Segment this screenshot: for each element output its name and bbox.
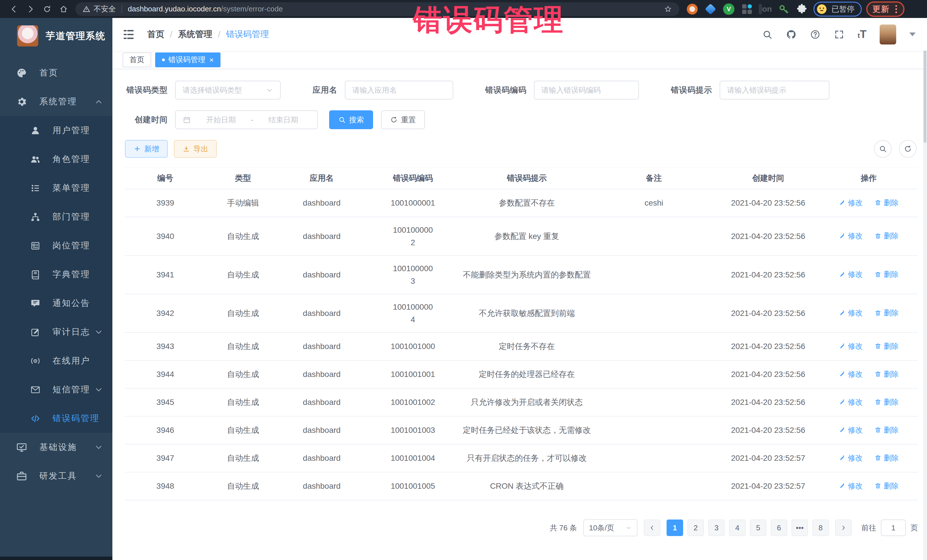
extension-icon-orange-ring[interactable] (686, 3, 698, 15)
tab-错误码管理[interactable]: 错误码管理 × (155, 52, 220, 67)
sidebar-item-code[interactable]: 错误码管理 (0, 404, 112, 433)
breadcrumb-item[interactable]: 系统管理 (178, 29, 212, 40)
browser-forward-button[interactable] (22, 2, 39, 17)
browser-home-button[interactable] (55, 2, 72, 17)
sidebar-item-chat[interactable]: 通知公告 (0, 289, 112, 318)
edit-link[interactable]: 修改 (839, 425, 863, 435)
export-button[interactable]: 导出 (174, 140, 217, 158)
fullscreen-icon[interactable] (834, 29, 845, 40)
sidebar-item-tools[interactable]: 研发工具 (0, 461, 112, 490)
extension-icon-list-on[interactable]: on (759, 3, 771, 15)
edit-link[interactable]: 修改 (839, 198, 863, 208)
search-icon[interactable] (762, 29, 773, 40)
table-row: 3939 手动编辑 dashboard 1001000001 参数配置不存在 c… (125, 189, 918, 217)
browser-profile-chip[interactable]: 已暂停 (813, 2, 862, 17)
app-window: 芋道管理系统 首页 系统管理 用户管理 角色管理 菜单管理 部门管理 岗位管理 … (0, 18, 927, 560)
sidebar-item-sms[interactable]: 短信管理 (0, 375, 112, 404)
edit-link[interactable]: 修改 (839, 397, 863, 407)
edit-link[interactable]: 修改 (839, 269, 863, 279)
user-avatar[interactable] (880, 24, 896, 44)
pagination-page-8[interactable]: 8 (812, 519, 829, 536)
edit-link[interactable]: 修改 (839, 308, 863, 318)
next-page-button[interactable] (835, 519, 852, 536)
end-date-placeholder[interactable]: 结束日期 (256, 115, 310, 125)
cell-type: 自动生成 (206, 231, 280, 242)
sidebar-item-user[interactable]: 用户管理 (0, 116, 112, 145)
delete-link[interactable]: 删除 (874, 308, 898, 318)
sidebar-item-users[interactable]: 角色管理 (0, 145, 112, 174)
pagination-page-3[interactable]: 3 (708, 519, 725, 536)
pagination-page-6[interactable]: 6 (771, 519, 787, 536)
sidebar-item-badge[interactable]: 岗位管理 (0, 231, 112, 260)
extension-icon-grid-squares[interactable] (741, 3, 753, 15)
extension-icon-puzzle[interactable] (796, 3, 808, 15)
pagination-more-button[interactable]: ••• (792, 519, 808, 536)
sidebar-item-edit[interactable]: 审计日志 (0, 318, 112, 346)
browser-menu-icon[interactable] (894, 4, 898, 14)
delete-link[interactable]: 删除 (874, 341, 898, 351)
pagination-page-4[interactable]: 4 (729, 519, 746, 536)
sidebar-item-infra[interactable]: 基础设施 (0, 433, 112, 461)
breadcrumb-item[interactable]: 首页 (147, 29, 164, 40)
user-menu-caret-icon[interactable] (909, 32, 916, 36)
error-code-input[interactable] (534, 81, 639, 100)
pagination-page-5[interactable]: 5 (750, 519, 766, 536)
delete-link[interactable]: 删除 (874, 425, 898, 435)
edit-link[interactable]: 修改 (839, 341, 863, 351)
browser-back-button[interactable] (6, 2, 22, 17)
sidebar-item-dashboard[interactable]: 首页 (0, 58, 112, 87)
sidebar-item-tree[interactable]: 部门管理 (0, 202, 112, 231)
address-bar[interactable]: 不安全 dashboard.yudao.iocoder.cn/system/er… (75, 2, 679, 16)
delete-link[interactable]: 删除 (874, 231, 898, 241)
edit-link[interactable]: 修改 (839, 481, 863, 491)
page-size-select[interactable]: 10条/页 (583, 519, 637, 536)
delete-link[interactable]: 删除 (874, 269, 898, 279)
browser-update-button[interactable]: 更新 (866, 2, 904, 17)
reset-button[interactable]: 重置 (381, 110, 425, 129)
font-size-icon[interactable]: tT (858, 28, 866, 41)
refresh-table-button[interactable] (899, 140, 917, 158)
add-button[interactable]: 新增 (125, 140, 168, 158)
bookmark-star-icon[interactable] (664, 5, 672, 13)
app-logo-row[interactable]: 芋道管理系统 (0, 18, 112, 53)
cell-remark: ceshi (591, 199, 717, 208)
delete-link[interactable]: 删除 (874, 397, 898, 407)
tab-首页[interactable]: 首页 (123, 52, 151, 67)
date-range-picker[interactable]: 开始日期 - 结束日期 (175, 110, 318, 129)
cell-operations: 修改 删除 (819, 397, 918, 408)
sidebar-item-menu[interactable]: 菜单管理 (0, 174, 112, 202)
search-button[interactable]: 搜索 (329, 110, 373, 129)
cell-error-code: 1001000003 (363, 262, 463, 287)
prev-page-button[interactable] (644, 519, 660, 536)
cell-error-message: CRON 表达式不正确 (463, 481, 591, 492)
extension-icon-green-v[interactable]: V (723, 3, 735, 15)
close-tab-icon[interactable]: × (209, 56, 214, 64)
edit-link[interactable]: 修改 (839, 231, 863, 241)
browser-reload-button[interactable] (39, 2, 55, 17)
delete-link[interactable]: 删除 (874, 198, 898, 208)
delete-link[interactable]: 删除 (874, 481, 898, 491)
edit-link[interactable]: 修改 (839, 369, 863, 379)
start-date-placeholder[interactable]: 开始日期 (194, 115, 248, 125)
sidebar-item-online[interactable]: 在线用户 (0, 346, 112, 375)
sidebar-item-gear[interactable]: 系统管理 (0, 87, 112, 116)
edit-link[interactable]: 修改 (839, 453, 863, 463)
page-scrollbar[interactable] (923, 18, 927, 560)
extension-icon-blue-gem[interactable] (705, 3, 716, 15)
help-icon[interactable] (810, 29, 821, 40)
pagination-page-2[interactable]: 2 (687, 519, 704, 536)
sidebar-item-book[interactable]: 字典管理 (0, 260, 112, 289)
delete-link[interactable]: 删除 (874, 453, 898, 463)
delete-link[interactable]: 删除 (874, 369, 898, 379)
error-hint-input[interactable] (720, 81, 830, 100)
goto-page-input[interactable] (881, 519, 906, 536)
github-icon[interactable] (786, 29, 797, 40)
error-code-table: 编号类型应用名错误码编码错误码提示备注创建时间操作 3939 手动编辑 dash… (125, 167, 918, 501)
chevron-down-icon (266, 87, 273, 94)
app-name-input[interactable] (345, 81, 453, 100)
pagination-page-1[interactable]: 1 (667, 519, 683, 536)
toggle-search-button[interactable] (874, 140, 892, 158)
collapse-sidebar-icon[interactable] (122, 28, 135, 41)
extension-icon-green-key[interactable] (778, 3, 790, 15)
error-type-select[interactable]: 请选择错误码类型 (175, 81, 281, 100)
